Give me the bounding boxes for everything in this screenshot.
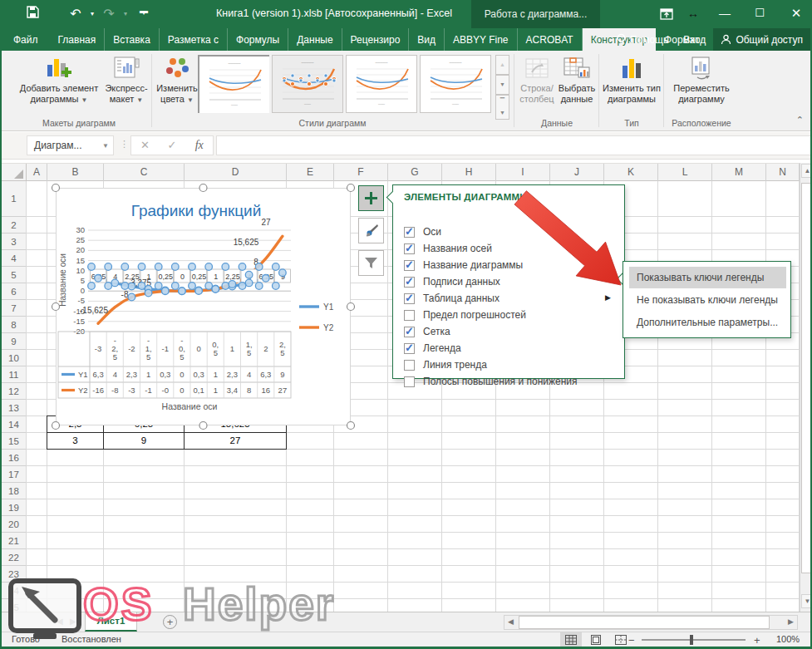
chart-element-option-2[interactable]: Названия осей: [404, 240, 492, 257]
row-header-5[interactable]: 5: [2, 267, 26, 283]
checkbox-checked-icon[interactable]: [404, 343, 415, 354]
scroll-right-icon[interactable]: ▶: [788, 617, 794, 626]
new-sheet-icon[interactable]: +: [163, 615, 177, 629]
zoom-slider-knob[interactable]: [690, 635, 693, 645]
scroll-up-icon[interactable]: ▲: [801, 164, 812, 178]
row-header-15[interactable]: 15: [2, 433, 26, 450]
chart-style-thumbnail-4[interactable]: ┄┄┄┄┄┄┄┄: [420, 55, 491, 113]
gallery-scroll-down-icon[interactable]: ▼: [495, 75, 509, 95]
vertical-scrollbar[interactable]: ▲ ▼: [800, 163, 812, 612]
change-chart-type-button[interactable]: Изменить тип диаграммы: [602, 53, 662, 105]
undo-dropdown-icon[interactable]: ▾: [83, 10, 101, 17]
tab-рецензиро[interactable]: Рецензиро: [342, 28, 410, 51]
maximize-button[interactable]: ☐: [746, 0, 774, 28]
undo-icon[interactable]: ↶: [66, 6, 85, 22]
chart-element-option-4[interactable]: Подписи данных: [404, 273, 500, 290]
chart-style-thumbnail-2[interactable]: ┄┄┄┄┄┄┄┄: [272, 55, 343, 113]
chart-style-thumbnail-3[interactable]: ┄┄┄┄┄┄┄┄: [346, 55, 417, 113]
checkbox-checked-icon[interactable]: [404, 243, 415, 254]
column-header-a[interactable]: A: [27, 164, 47, 181]
redo-icon[interactable]: ↷: [100, 6, 118, 22]
chart-element-option-8[interactable]: Легенда: [404, 340, 461, 356]
chart-element-option-5[interactable]: Таблица данных: [404, 290, 500, 307]
row-header-6[interactable]: 6: [2, 283, 26, 300]
status-recovered[interactable]: Восстановлен: [62, 634, 121, 644]
tab-данные[interactable]: Данные: [288, 28, 342, 51]
tab-вставка[interactable]: Вставка: [105, 28, 160, 51]
column-header-c[interactable]: C: [104, 164, 185, 181]
row-header-9[interactable]: 9: [2, 333, 26, 350]
row-header-3[interactable]: 3: [2, 234, 26, 250]
column-header-d[interactable]: D: [185, 164, 287, 181]
cell-b15[interactable]: 3: [47, 432, 104, 450]
column-header-f[interactable]: F: [334, 164, 388, 181]
column-header-h[interactable]: H: [442, 164, 496, 181]
submenu-item-1[interactable]: Показывать ключи легенды: [629, 267, 786, 288]
column-header-k[interactable]: K: [604, 164, 658, 181]
checkbox-checked-icon[interactable]: [404, 227, 415, 238]
chart-element-option-9[interactable]: Линия тренда: [404, 356, 487, 373]
change-colors-button[interactable]: Изменить цвета ▼: [156, 53, 198, 106]
column-header-b[interactable]: B: [47, 164, 104, 181]
row-header-16[interactable]: 16: [2, 450, 26, 466]
gallery-scrollbar[interactable]: ▲ ▼ ▔▼: [495, 55, 509, 115]
scroll-down-icon[interactable]: ▼: [801, 594, 812, 608]
scroll-left-icon[interactable]: ◀: [508, 617, 514, 626]
chart-element-option-10[interactable]: Полосы повышения и понижения: [404, 373, 578, 390]
minimize-button[interactable]: —: [711, 0, 739, 28]
save-icon[interactable]: [27, 6, 45, 18]
submenu-expand-icon[interactable]: ▶: [605, 293, 611, 302]
chart-elements-button[interactable]: [358, 185, 384, 211]
checkbox-checked-icon[interactable]: [404, 327, 415, 337]
row-header-22[interactable]: 22: [2, 549, 26, 566]
row-header-18[interactable]: 18: [2, 483, 26, 499]
row-header-17[interactable]: 17: [2, 466, 26, 483]
submenu-item-3[interactable]: Дополнительные параметры...: [629, 312, 786, 333]
redo-dropdown-icon[interactable]: ▾: [116, 10, 135, 17]
tab-главная[interactable]: Главная: [50, 28, 106, 51]
close-button[interactable]: ✕: [782, 0, 810, 28]
name-box-dropdown-icon[interactable]: ▼: [102, 136, 109, 156]
column-header-e[interactable]: E: [287, 164, 334, 181]
row-header-7[interactable]: 7: [2, 300, 26, 317]
checkbox-unchecked-icon[interactable]: [404, 360, 415, 371]
zoom-out-icon[interactable]: −: [628, 634, 635, 647]
move-chart-button[interactable]: Переместить диаграмму: [667, 53, 736, 105]
name-box[interactable]: Диаграм...▼: [27, 135, 114, 155]
enter-formula-icon[interactable]: ✓: [159, 136, 186, 155]
column-header-n[interactable]: N: [766, 164, 800, 181]
tab-acrobat[interactable]: ACROBAT: [518, 28, 583, 51]
row-header-12[interactable]: 12: [2, 383, 26, 400]
row-header-11[interactable]: 11: [2, 366, 26, 383]
chart-styles-gallery[interactable]: ┄┄┄┄┄┄┄┄┄┄┄┄┄┄┄┄┄┄┄┄┄┄┄┄┄┄┄┄┄┄┄┄: [198, 55, 494, 115]
row-header-21[interactable]: 21: [2, 533, 26, 549]
chart-element-option-6[interactable]: Предел погрешностей: [404, 307, 526, 323]
tab-файл[interactable]: Файл: [2, 28, 50, 51]
chart-filters-button[interactable]: [358, 250, 384, 276]
zoom-slider[interactable]: [642, 639, 746, 641]
row-header-14[interactable]: 14: [2, 416, 26, 433]
column-header-i[interactable]: I: [496, 164, 550, 181]
select-data-button[interactable]: Выбрать данные: [557, 53, 597, 105]
checkbox-checked-icon[interactable]: [404, 277, 415, 288]
zoom-in-icon[interactable]: +: [754, 634, 760, 647]
row-header-19[interactable]: 19: [2, 499, 26, 516]
column-header-m[interactable]: M: [712, 164, 766, 181]
checkbox-unchecked-icon[interactable]: [404, 376, 415, 387]
submenu-item-2[interactable]: Не показывать ключи легенды: [629, 289, 786, 311]
horizontal-scrollbar[interactable]: ◀ ▶: [504, 615, 798, 630]
customize-qat-icon[interactable]: ▬▾: [135, 6, 153, 24]
gallery-more-icon[interactable]: ▔▼: [495, 95, 509, 120]
add-chart-element-button[interactable]: Добавить элемент диаграммы ▼: [10, 53, 108, 106]
horizontal-scroll-thumb[interactable]: [519, 616, 770, 629]
row-header-2[interactable]: 2: [2, 217, 26, 234]
collapse-ribbon-icon[interactable]: ⌃: [796, 115, 804, 125]
select-all-corner[interactable]: [2, 164, 27, 181]
page-layout-view-icon[interactable]: [585, 632, 607, 647]
checkbox-checked-icon[interactable]: [404, 293, 415, 304]
row-header-4[interactable]: 4: [2, 250, 26, 267]
checkbox-checked-icon[interactable]: [404, 260, 415, 271]
gallery-scroll-up-icon[interactable]: ▲: [495, 55, 509, 75]
share-button[interactable]: Общий доступ: [713, 28, 810, 51]
zoom-level[interactable]: 100%: [776, 634, 800, 644]
